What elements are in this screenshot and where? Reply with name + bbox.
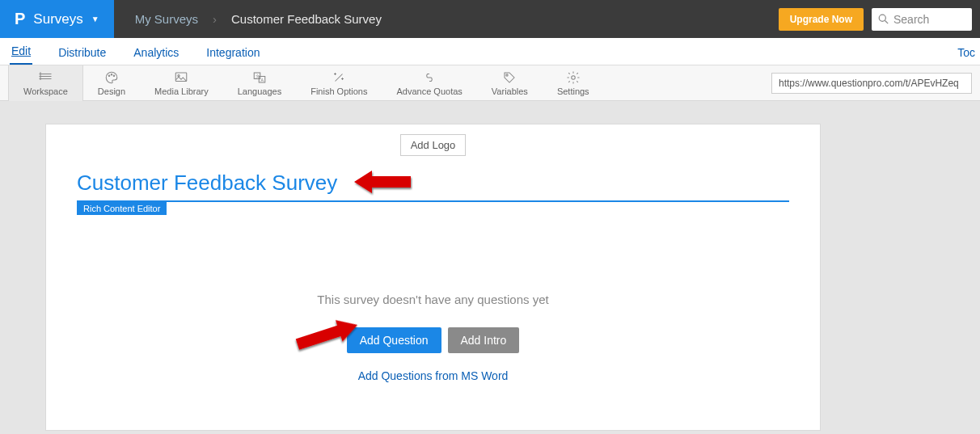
add-intro-button[interactable]: Add Intro: [448, 327, 520, 353]
svg-point-0: [879, 15, 885, 21]
svg-point-6: [108, 75, 110, 77]
rich-content-label: Rich Content Editor: [77, 201, 789, 215]
tool-design[interactable]: Design: [83, 65, 140, 101]
svg-line-1: [885, 21, 889, 24]
tool-label: Design: [98, 86, 125, 96]
tool-advance-quotas[interactable]: Advance Quotas: [382, 65, 476, 101]
search-input[interactable]: Search: [872, 8, 972, 31]
languages-icon: 文A: [251, 70, 268, 85]
survey-url-input[interactable]: [771, 73, 972, 94]
breadcrumb: My Surveys › Customer Feedback Survey: [114, 0, 382, 38]
upgrade-button[interactable]: Upgrade Now: [779, 8, 864, 31]
edit-toolbar: Workspace Design Media Library 文A Langua…: [0, 65, 980, 101]
tool-label: Media Library: [154, 86, 209, 96]
tag-icon: [501, 70, 518, 85]
chevron-down-icon: ▼: [91, 15, 99, 23]
svg-point-21: [506, 74, 508, 75]
breadcrumb-current: Customer Feedback Survey: [231, 12, 382, 26]
empty-text: This survey doesn't have any questions y…: [46, 293, 820, 306]
survey-title[interactable]: Customer Feedback Survey: [46, 164, 820, 200]
empty-state: This survey doesn't have any questions y…: [46, 215, 820, 382]
search-placeholder: Search: [893, 13, 929, 26]
svg-point-22: [572, 75, 576, 79]
top-header: P Surveys ▼ My Surveys › Customer Feedba…: [0, 0, 980, 38]
tool-languages[interactable]: 文A Languages: [223, 65, 296, 101]
svg-line-15: [336, 74, 343, 81]
tool-variables[interactable]: Variables: [477, 65, 543, 101]
main-tabs: Edit Distribute Analytics Integration To…: [0, 38, 980, 65]
survey-url-box: [771, 73, 972, 94]
tool-finish-options[interactable]: Finish Options: [296, 65, 382, 101]
add-logo-button[interactable]: Add Logo: [400, 134, 467, 156]
svg-text:文: 文: [256, 74, 260, 78]
header-right: Upgrade Now Search: [779, 0, 980, 38]
svg-point-7: [111, 74, 112, 75]
survey-card: Add Logo Customer Feedback Survey Rich C…: [45, 124, 821, 431]
workspace-icon: [36, 70, 54, 85]
tab-integration[interactable]: Integration: [205, 40, 261, 65]
search-icon: [878, 14, 889, 24]
image-icon: [172, 70, 190, 85]
brand-title: Surveys: [33, 11, 82, 27]
tool-workspace[interactable]: Workspace: [8, 65, 83, 101]
add-from-word-link[interactable]: Add Questions from MS Word: [46, 369, 820, 382]
breadcrumb-separator: ›: [213, 12, 217, 26]
tool-settings[interactable]: Settings: [543, 65, 604, 101]
add-question-button[interactable]: Add Question: [347, 327, 441, 353]
palette-icon: [103, 70, 120, 85]
tool-label: Workspace: [23, 86, 68, 96]
tool-label: Variables: [492, 86, 528, 96]
tool-label: Finish Options: [310, 86, 367, 96]
tool-label: Languages: [238, 86, 281, 96]
gear-icon: [564, 70, 582, 85]
canvas-area: Add Logo Customer Feedback Survey Rich C…: [0, 101, 980, 434]
tool-media-library[interactable]: Media Library: [140, 65, 223, 101]
svg-point-8: [113, 75, 115, 77]
breadcrumb-link-mysurveys[interactable]: My Surveys: [135, 12, 198, 26]
link-icon: [420, 70, 438, 85]
wand-icon: [330, 70, 348, 85]
tool-label: Settings: [557, 86, 589, 96]
logo-icon: P: [15, 10, 25, 28]
tab-analytics[interactable]: Analytics: [132, 40, 180, 65]
tool-label: Advance Quotas: [396, 86, 462, 96]
tab-distribute[interactable]: Distribute: [57, 40, 108, 65]
svg-text:A: A: [260, 77, 264, 82]
tab-tools[interactable]: Toc: [957, 40, 980, 65]
tab-edit[interactable]: Edit: [10, 39, 32, 65]
brand-dropdown[interactable]: P Surveys ▼: [0, 0, 114, 38]
